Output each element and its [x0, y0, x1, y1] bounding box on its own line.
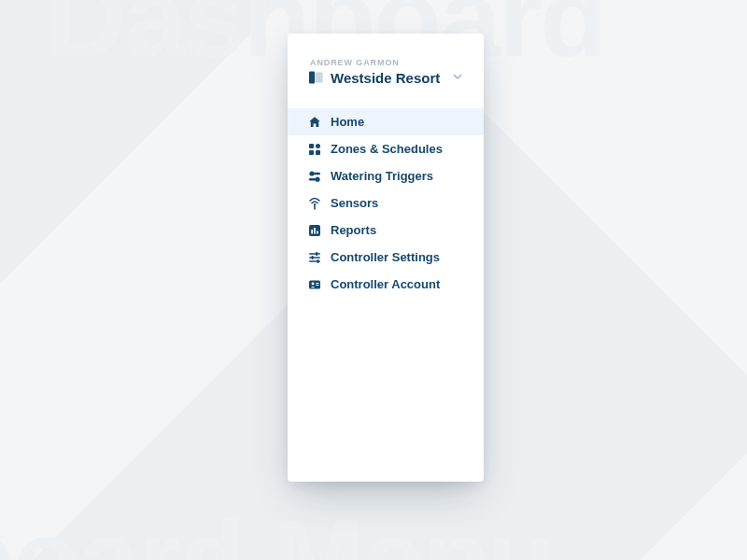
site-icon: [308, 70, 323, 85]
sidebar-item-reports[interactable]: Reports: [288, 217, 484, 244]
id-card-icon: [308, 278, 321, 291]
svg-rect-1: [316, 73, 322, 82]
svg-point-27: [312, 282, 315, 285]
svg-point-7: [316, 144, 320, 148]
sidebar: ANDREW GARMON Westside Resort: [288, 34, 484, 482]
svg-rect-0: [309, 72, 315, 84]
sidebar-item-sensors[interactable]: Sensors: [288, 189, 484, 217]
svg-rect-23: [312, 256, 314, 259]
svg-rect-6: [309, 144, 314, 148]
sidebar-item-watering-triggers[interactable]: Watering Triggers: [288, 162, 484, 189]
grid-icon: [308, 143, 321, 156]
sidebar-item-label: Reports: [331, 223, 376, 237]
sidebar-item-label: Sensors: [331, 196, 378, 210]
site-name: Westside Resort: [331, 70, 440, 86]
svg-point-15: [314, 203, 316, 205]
sidebar-item-label: Zones & Schedules: [331, 142, 443, 156]
svg-rect-29: [316, 285, 318, 286]
svg-rect-20: [309, 253, 320, 255]
svg-rect-11: [314, 172, 320, 174]
chevron-down-icon: [452, 69, 463, 86]
toggle-icon: [308, 170, 321, 183]
svg-rect-18: [314, 228, 316, 234]
svg-rect-22: [309, 257, 320, 259]
sidebar-item-controller-account[interactable]: Controller Account: [288, 271, 484, 298]
nav: Home Zones & Schedules Watering Triggers: [288, 108, 484, 298]
svg-rect-17: [311, 230, 313, 234]
svg-rect-8: [316, 150, 320, 155]
svg-point-13: [315, 176, 319, 181]
svg-rect-12: [309, 178, 316, 180]
sidebar-item-label: Controller Account: [331, 277, 440, 291]
site-switcher[interactable]: Westside Resort: [308, 69, 463, 86]
svg-rect-21: [316, 252, 317, 256]
sidebar-item-label: Watering Triggers: [331, 169, 433, 183]
svg-point-10: [309, 171, 314, 175]
sliders-icon: [308, 251, 321, 264]
sidebar-item-controller-settings[interactable]: Controller Settings: [288, 244, 484, 271]
sidebar-item-home[interactable]: Home: [288, 108, 484, 135]
signal-icon: [308, 197, 321, 210]
sidebar-item-zones-schedules[interactable]: Zones & Schedules: [288, 135, 484, 162]
svg-rect-9: [309, 150, 314, 155]
svg-rect-19: [317, 231, 318, 233]
sidebar-item-label: Home: [331, 115, 364, 129]
svg-rect-28: [316, 283, 318, 284]
sidebar-item-label: Controller Settings: [331, 250, 440, 264]
chart-icon: [308, 224, 321, 237]
account-block: ANDREW GARMON Westside Resort: [288, 58, 484, 99]
user-name: ANDREW GARMON: [308, 58, 463, 67]
home-icon: [308, 116, 321, 129]
svg-rect-25: [317, 259, 319, 263]
